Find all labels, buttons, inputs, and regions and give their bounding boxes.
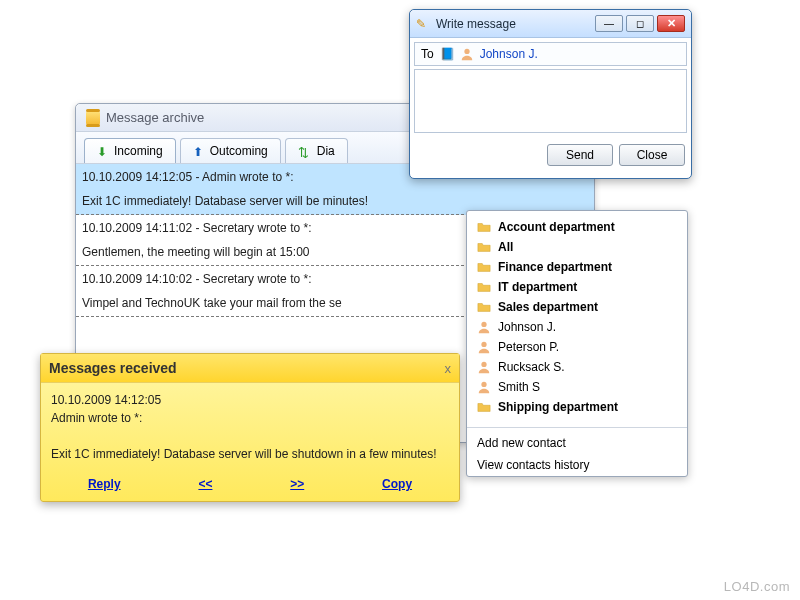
write-title-text: Write message [436, 17, 516, 31]
tab-incoming-label: Incoming [114, 144, 163, 158]
window-controls: — ◻ ✕ [595, 15, 685, 32]
archive-title-text: Message archive [106, 110, 204, 125]
notification-title: Messages received [49, 360, 177, 376]
contact-label: Peterson P. [498, 340, 559, 354]
close-button[interactable]: ✕ [657, 15, 685, 32]
notification-popup: Messages received x 10.10.2009 14:12:05 … [40, 353, 460, 502]
contact-label: Account department [498, 220, 615, 234]
notification-text: Exit 1C immediately! Database server wil… [51, 445, 449, 463]
contact-folder[interactable]: Sales department [471, 297, 683, 317]
contact-label: Sales department [498, 300, 598, 314]
close-icon[interactable]: x [445, 361, 452, 376]
svg-point-0 [464, 49, 469, 54]
notification-timestamp: 10.10.2009 14:12:05 [51, 391, 449, 409]
add-contact-menuitem[interactable]: Add new contact [467, 432, 687, 454]
contacts-panel: Account department All Finance departmen… [466, 210, 688, 477]
reply-link[interactable]: Reply [88, 477, 121, 491]
write-message-window: Write message — ◻ ✕ To Johnson J. Send C… [409, 9, 692, 179]
user-icon [477, 320, 491, 334]
folder-icon [477, 260, 491, 274]
send-button[interactable]: Send [547, 144, 613, 166]
view-history-menuitem[interactable]: View contacts history [467, 454, 687, 476]
user-icon [477, 360, 491, 374]
contact-label: All [498, 240, 513, 254]
contact-folder[interactable]: Account department [471, 217, 683, 237]
tab-incoming[interactable]: Incoming [84, 138, 176, 163]
recipient-name[interactable]: Johnson J. [480, 47, 538, 61]
svg-point-3 [481, 362, 486, 367]
contact-user[interactable]: Johnson J. [471, 317, 683, 337]
contact-label: Rucksack S. [498, 360, 565, 374]
next-link[interactable]: >> [290, 477, 304, 491]
contact-folder[interactable]: Shipping department [471, 397, 683, 417]
notification-sender: Admin wrote to *: [51, 409, 449, 427]
contact-user[interactable]: Smith S [471, 377, 683, 397]
scroll-icon [86, 111, 100, 125]
svg-point-2 [481, 342, 486, 347]
contact-label: Johnson J. [498, 320, 556, 334]
contact-label: Smith S [498, 380, 540, 394]
tab-dial-label: Dia [317, 144, 335, 158]
write-buttons: Send Close [414, 136, 687, 174]
message-text: Exit 1C immediately! Database server wil… [82, 194, 588, 208]
maximize-button[interactable]: ◻ [626, 15, 654, 32]
close-button-dialog[interactable]: Close [619, 144, 685, 166]
arrows-dual-icon [298, 145, 312, 157]
folder-icon [477, 220, 491, 234]
folder-icon [477, 300, 491, 314]
contact-folder[interactable]: IT department [471, 277, 683, 297]
contact-label: IT department [498, 280, 577, 294]
notification-actions: Reply << >> Copy [41, 471, 459, 501]
folder-icon [477, 240, 491, 254]
user-icon [477, 340, 491, 354]
contact-label: Shipping department [498, 400, 618, 414]
write-body: To Johnson J. Send Close [410, 38, 691, 178]
pencil-icon [416, 17, 430, 31]
contacts-list[interactable]: Account department All Finance departmen… [467, 211, 687, 423]
message-textarea[interactable] [414, 69, 687, 133]
notification-titlebar[interactable]: Messages received x [41, 354, 459, 383]
contact-user[interactable]: Rucksack S. [471, 357, 683, 377]
prev-link[interactable]: << [198, 477, 212, 491]
arrow-up-icon [193, 145, 205, 157]
contact-user[interactable]: Peterson P. [471, 337, 683, 357]
write-titlebar[interactable]: Write message — ◻ ✕ [410, 10, 691, 38]
to-label: To [421, 47, 434, 61]
contact-label: Finance department [498, 260, 612, 274]
user-icon [477, 380, 491, 394]
recipient-row: To Johnson J. [414, 42, 687, 66]
watermark: LO4D.com [724, 579, 790, 594]
arrow-down-icon [97, 145, 109, 157]
folder-icon [477, 280, 491, 294]
divider [467, 427, 687, 428]
notification-body: 10.10.2009 14:12:05 Admin wrote to *: Ex… [41, 383, 459, 471]
copy-link[interactable]: Copy [382, 477, 412, 491]
folder-icon [477, 400, 491, 414]
svg-point-4 [481, 382, 486, 387]
tab-outcoming[interactable]: Outcoming [180, 138, 281, 163]
tab-dial[interactable]: Dia [285, 138, 348, 163]
contact-folder[interactable]: All [471, 237, 683, 257]
address-book-icon[interactable] [440, 47, 454, 61]
user-icon [460, 47, 474, 61]
minimize-button[interactable]: — [595, 15, 623, 32]
tab-outcoming-label: Outcoming [210, 144, 268, 158]
svg-point-1 [481, 322, 486, 327]
contact-folder[interactable]: Finance department [471, 257, 683, 277]
